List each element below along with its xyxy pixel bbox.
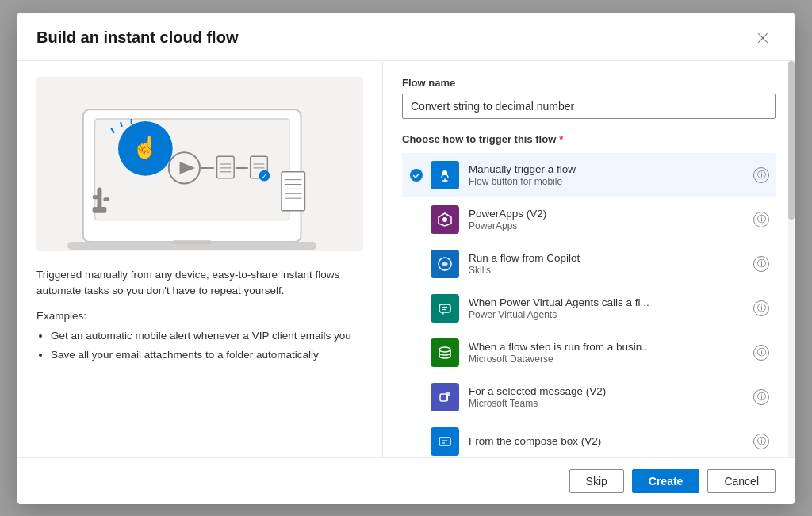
svg-rect-3: [173, 240, 212, 244]
trigger-icon-teams: [431, 383, 459, 411]
trigger-icon-manually: [431, 161, 459, 189]
trigger-label: Choose how to trigger this flow *: [402, 133, 776, 145]
trigger-icon-copilot: [431, 250, 459, 278]
scrollbar-track[interactable]: [788, 61, 795, 457]
svg-text:☝: ☝: [132, 134, 159, 160]
trigger-item-teams[interactable]: For a selected message (V2) Microsoft Te…: [402, 375, 776, 419]
trigger-name-teams: For a selected message (V2): [469, 385, 747, 397]
manual-trigger-icon: [436, 166, 454, 184]
info-button-compose[interactable]: ⓘ: [753, 434, 769, 449]
trigger-info-virtual-agents: When Power Virtual Agents calls a fl... …: [469, 296, 747, 320]
compose-icon: [436, 433, 454, 450]
trigger-icon-compose: [431, 427, 459, 456]
trigger-info-copilot: Run a flow from Copilot Skills: [469, 252, 747, 276]
trigger-item-copilot[interactable]: Run a flow from Copilot Skills ⓘ: [402, 242, 776, 286]
info-button-copilot[interactable]: ⓘ: [753, 256, 769, 272]
trigger-sub-teams: Microsoft Teams: [469, 398, 747, 409]
example-item-2: Save all your email attachments to a fol…: [51, 347, 363, 363]
dialog-footer: Skip Create Cancel: [17, 457, 795, 504]
powerapps-icon: [436, 211, 454, 228]
dialog-body: ☝: [17, 61, 795, 457]
trigger-sub-powerapps: PowerApps: [469, 220, 747, 231]
trigger-sub-copilot: Skills: [469, 265, 747, 276]
scrollbar-thumb[interactable]: [788, 61, 795, 220]
description-text: Triggered manually from any device, easy…: [36, 267, 363, 300]
teams-icon: [436, 388, 454, 406]
close-icon: [756, 32, 769, 44]
dialog-overlay: Build an instant cloud flow: [0, 0, 812, 516]
skip-button[interactable]: Skip: [569, 469, 624, 493]
trigger-sub-virtual-agents: Power Virtual Agents: [469, 309, 747, 320]
trigger-name-virtual-agents: When Power Virtual Agents calls a fl...: [469, 296, 747, 308]
trigger-item-dataverse[interactable]: When a flow step is run from a busin... …: [402, 331, 776, 375]
svg-text:✓: ✓: [261, 171, 267, 180]
dialog-header: Build an instant cloud flow: [17, 13, 795, 61]
flow-name-label: Flow name: [402, 77, 776, 89]
trigger-item-manually[interactable]: Manually trigger a flow Flow button for …: [402, 153, 776, 197]
examples-label: Examples:: [36, 310, 363, 322]
trigger-item-virtual-agents[interactable]: When Power Virtual Agents calls a fl... …: [402, 286, 776, 331]
svg-point-32: [410, 169, 423, 182]
illustration-box: ☝: [36, 77, 363, 251]
trigger-sub-dataverse: Microsoft Dataverse: [469, 354, 747, 365]
illustration-svg: ☝: [36, 77, 363, 251]
info-button-manually[interactable]: ⓘ: [753, 167, 769, 183]
trigger-name-compose: From the compose box (V2): [469, 435, 747, 447]
trigger-info-teams: For a selected message (V2) Microsoft Te…: [469, 385, 747, 409]
right-panel: Flow name Choose how to trigger this flo…: [382, 61, 795, 457]
svg-point-44: [439, 347, 450, 352]
trigger-item-compose[interactable]: From the compose box (V2) ⓘ: [402, 419, 776, 457]
svg-rect-19: [282, 171, 304, 210]
trigger-list: Manually trigger a flow Flow button for …: [402, 153, 776, 457]
examples-list: Get an automatic mobile alert whenever a…: [36, 328, 363, 364]
close-button[interactable]: [750, 29, 776, 48]
required-star: *: [559, 133, 563, 145]
create-button[interactable]: Create: [632, 469, 700, 493]
dataverse-icon: [436, 344, 454, 361]
trigger-name-dataverse: When a flow step is run from a busin...: [469, 341, 747, 353]
trigger-icon-powerapps: [431, 205, 459, 234]
cancel-button[interactable]: Cancel: [707, 469, 776, 493]
trigger-item-powerapps[interactable]: PowerApps (V2) PowerApps ⓘ: [402, 197, 776, 242]
svg-rect-50: [439, 438, 450, 445]
trigger-icon-virtual-agents: [431, 294, 459, 323]
svg-rect-27: [93, 195, 99, 199]
svg-rect-40: [439, 304, 450, 312]
trigger-icon-dataverse: [431, 338, 459, 367]
flow-name-input[interactable]: [402, 94, 776, 119]
check-icon-manually: [408, 167, 424, 183]
info-button-dataverse[interactable]: ⓘ: [753, 345, 769, 361]
info-button-teams[interactable]: ⓘ: [753, 389, 769, 405]
example-item-1: Get an automatic mobile alert whenever a…: [51, 328, 363, 344]
left-panel: ☝: [17, 61, 382, 457]
trigger-sub-manually: Flow button for mobile: [469, 176, 747, 187]
trigger-info-compose: From the compose box (V2): [469, 435, 747, 448]
dialog-title: Build an instant cloud flow: [36, 29, 238, 47]
svg-rect-28: [103, 197, 109, 201]
svg-point-47: [446, 392, 450, 396]
trigger-name-manually: Manually trigger a flow: [469, 163, 747, 175]
trigger-info-dataverse: When a flow step is run from a busin... …: [469, 341, 747, 365]
info-button-virtual-agents[interactable]: ⓘ: [753, 300, 769, 316]
dialog: Build an instant cloud flow: [17, 13, 795, 504]
trigger-info-manually: Manually trigger a flow Flow button for …: [469, 163, 747, 187]
virtual-agents-icon: [436, 300, 454, 317]
trigger-name-powerapps: PowerApps (V2): [469, 208, 747, 220]
svg-point-36: [442, 217, 447, 222]
trigger-info-powerapps: PowerApps (V2) PowerApps: [469, 208, 747, 231]
copilot-icon: [436, 255, 454, 273]
trigger-name-copilot: Run a flow from Copilot: [469, 252, 747, 264]
info-button-powerapps[interactable]: ⓘ: [753, 212, 769, 227]
